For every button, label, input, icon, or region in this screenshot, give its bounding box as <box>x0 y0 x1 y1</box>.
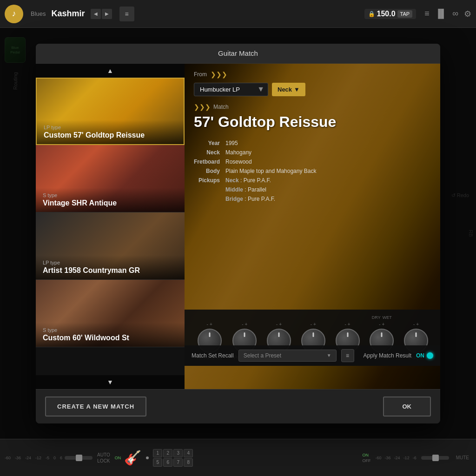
fretboard-value: Rosewood <box>225 159 431 165</box>
slider-thumb[interactable] <box>76 455 82 461</box>
guitar-list-item[interactable]: S type Vintage SHR Antique <box>36 145 185 212</box>
gear-icon[interactable]: ⚙ <box>464 9 471 19</box>
dry-label: DRY <box>372 315 381 320</box>
low-minus: - <box>344 322 346 327</box>
from-arrows: ❯❯❯ <box>211 71 227 78</box>
mid-plus: + <box>313 322 316 327</box>
bars-icon[interactable]: ▐▌ <box>435 9 447 19</box>
presence-plus: + <box>245 322 248 327</box>
scene-7-btn[interactable]: 7 <box>173 458 183 467</box>
bpm-value: 150.0 <box>377 10 396 18</box>
auto-label: AUTO <box>97 452 110 457</box>
from-row: From ❯❯❯ <box>194 71 431 78</box>
pickup-type-select[interactable]: Humbucker LP <box>194 83 268 96</box>
neck-spec-value: Mahogany <box>225 149 431 156</box>
presence-minus: - <box>242 322 243 327</box>
apply-match-label: Apply Match Result <box>364 352 411 359</box>
tap-button[interactable]: TAP <box>397 10 413 18</box>
mid-minus: - <box>311 322 312 327</box>
pickups-bridge-label <box>194 196 220 202</box>
pickup-neck-label: Neck <box>225 177 239 184</box>
wet-label: WET <box>383 315 392 320</box>
modal-footer: CREATE A NEW MATCH OK <box>36 389 440 423</box>
year-label: Year <box>194 140 220 146</box>
blend-minus: - <box>379 322 380 327</box>
high-minus: - <box>276 322 278 327</box>
blend-controls: - + <box>379 322 384 327</box>
preset-select-text: Select a Preset <box>244 352 324 359</box>
modal-body: ▲ LP type Custom 57' Goldtop Reissue <box>36 64 440 389</box>
year-value: 1995 <box>225 140 431 146</box>
main-area: BluePedal Routing Guitar Match ▲ LP typ <box>0 28 476 439</box>
scroll-down-button[interactable]: ▼ <box>36 375 185 389</box>
guitar-item-overlay-2: S type Vintage SHR Antique <box>36 188 185 212</box>
scene-6-btn[interactable]: 6 <box>163 458 172 467</box>
on-label-right: ON <box>363 453 371 457</box>
guitar-type-4: S type <box>43 327 178 333</box>
off-label-right: OFF <box>363 458 371 463</box>
preset-navigation: ◀ ▶ <box>91 9 112 19</box>
level-meter-right: -60 -36 -24 -12 -6 <box>376 456 416 460</box>
pickup-selector-row: Humbucker LP ▼ Neck ▼ <box>194 83 431 96</box>
high-controls: - + <box>276 322 282 327</box>
scene-4-btn[interactable]: 4 <box>184 449 193 457</box>
scene-8-btn[interactable]: 8 <box>184 458 193 467</box>
transport-slider-right[interactable] <box>421 456 449 460</box>
match-text: Match <box>213 104 229 110</box>
scene-2-btn[interactable]: 2 <box>163 449 172 457</box>
fretboard-label: Fretboard <box>194 159 220 165</box>
match-label-row: ❯❯❯ Match <box>194 103 431 111</box>
dry-wet-labels: DRY WET <box>372 315 392 320</box>
guitar-detail-panel: From ❯❯❯ Humbucker LP ▼ <box>185 64 440 389</box>
pickups-middle-label <box>194 186 220 193</box>
mute-label[interactable]: MUTE <box>456 455 469 460</box>
preset-recall-row: Match Set Recall Select a Preset ▼ ≡ App… <box>185 345 440 366</box>
scroll-up-button[interactable]: ▲ <box>36 64 185 78</box>
on-off-right: ON OFF <box>363 453 371 463</box>
neck-position-select[interactable]: Neck ▼ <box>272 83 305 96</box>
guitar-list-item[interactable]: S type Custom 60' Wildwood St <box>36 280 185 347</box>
guitar-list-item[interactable]: LP type Custom 57' Goldtop Reissue <box>36 78 185 145</box>
pickup-middle-label: Middle <box>225 186 243 193</box>
guitar-transport-icon: 🎸 <box>123 446 142 469</box>
apply-toggle[interactable]: ON <box>416 352 433 359</box>
level-meter-left: -60 -36 -24 -12 -5 0 6 <box>5 456 62 460</box>
toggle-small[interactable] <box>146 456 149 459</box>
guitar-type-3: LP type <box>43 260 178 265</box>
guitar-name-4: Custom 60' Wildwood St <box>43 334 178 342</box>
list-icon[interactable]: ≡ <box>424 9 430 19</box>
infinity-icon[interactable]: ∞ <box>452 9 458 19</box>
mid-controls: - + <box>311 322 316 327</box>
resonance-plus: + <box>210 322 212 327</box>
scene-1-btn[interactable]: 1 <box>153 449 162 457</box>
neck-label: Neck <box>278 86 292 93</box>
create-new-match-button[interactable]: CREATE A NEW MATCH <box>45 397 146 416</box>
guitar-name-1: Custom 57' Goldtop Reissue <box>44 131 177 139</box>
bpm-section: 🔒 150.0 TAP <box>364 9 416 19</box>
app-logo: ♪ <box>5 5 23 23</box>
resonance-controls: - + <box>207 322 212 327</box>
on-label-top: ON <box>115 456 121 460</box>
preset-list-button[interactable]: ≡ <box>341 349 354 362</box>
menu-button[interactable]: ≡ <box>119 7 134 21</box>
preset-dropdown-arrow: ▼ <box>327 353 331 358</box>
body-value: Plain Maple top and Mahogany Back <box>225 168 431 174</box>
blend-plus: + <box>382 322 385 327</box>
body-label: Body <box>194 168 220 174</box>
pickups-bridge-value: Bridge : Pure P.A.F. <box>225 196 431 202</box>
guitar-specs-grid: Year 1995 Neck Mahogany Fretboard Rosewo… <box>194 140 431 202</box>
guitar-list-item[interactable]: LP type Artist 1958 Countryman GR <box>36 212 185 280</box>
slider-thumb-right[interactable] <box>432 455 439 461</box>
scene-5-btn[interactable]: 5 <box>153 458 162 467</box>
match-set-recall-label: Match Set Recall <box>192 352 234 359</box>
prev-preset-button[interactable]: ◀ <box>91 9 101 19</box>
modal-header: Guitar Match <box>36 44 440 64</box>
preset-select-wrapper[interactable]: Select a Preset ▼ <box>238 350 337 362</box>
low-controls: - + <box>344 322 350 327</box>
transport-slider[interactable] <box>65 456 93 460</box>
next-preset-button[interactable]: ▶ <box>102 9 112 19</box>
scene-3-btn[interactable]: 3 <box>173 449 183 457</box>
ok-button[interactable]: OK <box>383 397 431 416</box>
guitar-name-2: Vintage SHR Antique <box>43 199 178 207</box>
output-plus: + <box>416 322 419 327</box>
